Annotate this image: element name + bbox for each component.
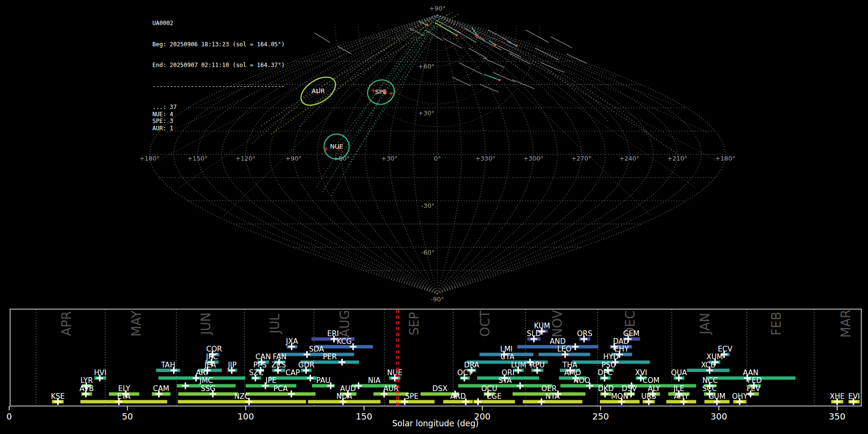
shower-label-EGE: EGE bbox=[487, 392, 502, 401]
meteor-trail bbox=[526, 30, 549, 42]
month-label-MAR: MAR bbox=[839, 310, 853, 338]
meridian-line bbox=[294, 15, 438, 294]
radiant-label-NUE: NUE bbox=[330, 143, 343, 150]
count-line: ...: 37 bbox=[152, 104, 285, 111]
meteor-trail bbox=[512, 80, 534, 89]
month-label-FEB: FEB bbox=[769, 312, 784, 335]
shower-label-HYD: HYD bbox=[603, 353, 619, 361]
association-curve bbox=[453, 24, 652, 136]
separator: -------------------------------------- bbox=[152, 83, 285, 90]
info-panel: UA0002 Beg: 20250906 18:13:23 (sol = 164… bbox=[152, 6, 285, 146]
shower-label-CAP: CAP bbox=[285, 368, 300, 377]
ra-label: +330° bbox=[475, 155, 495, 162]
shower-label-XCB: XCB bbox=[701, 361, 716, 369]
shower-label-DSX: DSX bbox=[432, 384, 447, 393]
meridian-line bbox=[437, 15, 486, 294]
radiant-label-SPE: SPE bbox=[375, 88, 387, 95]
ra-label: +180° bbox=[139, 155, 160, 162]
ra-label: +150° bbox=[187, 155, 207, 162]
peak-marker-PCA bbox=[288, 391, 295, 397]
peak-marker-JMC bbox=[182, 382, 189, 389]
count-line: AUR: 1 bbox=[152, 125, 285, 132]
ra-label: +240° bbox=[619, 155, 639, 162]
meteor-trail bbox=[409, 28, 424, 36]
peak-marker-EGE bbox=[475, 398, 481, 405]
meteor-trail bbox=[338, 46, 352, 54]
shower-label-SZC: SZC bbox=[249, 368, 263, 377]
trail-end-dot bbox=[494, 44, 497, 46]
azimuth-line bbox=[437, 15, 696, 189]
month-label-APR: APR bbox=[59, 311, 74, 336]
month-label-MAY: MAY bbox=[129, 311, 144, 337]
shower-label-OCT: OCT bbox=[457, 368, 473, 377]
end-time: End: 20250907 02:11:10 (sol = 164.37°) bbox=[152, 62, 285, 69]
begin-time: Beg: 20250906 18:13:23 (sol = 164.05°) bbox=[152, 41, 285, 48]
ra-label: +300° bbox=[523, 155, 543, 162]
shower-label-MON: MON bbox=[611, 392, 628, 401]
peak-marker-NTA bbox=[538, 398, 545, 405]
meteor-trail bbox=[551, 37, 572, 48]
association-curve bbox=[338, 14, 443, 159]
meridian-line bbox=[437, 15, 653, 294]
shower-association-curves bbox=[251, 13, 685, 198]
shower-label-NIA: NIA bbox=[368, 376, 381, 385]
month-label-NOV: NOV bbox=[550, 310, 565, 337]
peak-marker-PER bbox=[339, 359, 345, 366]
x-tick-label: 250 bbox=[592, 411, 609, 421]
dec-label: -30° bbox=[421, 202, 434, 209]
shower-counts: ...: 37NUE: 4SPE: 3AUR: 1 bbox=[152, 104, 285, 132]
shower-label-CTA: CTA bbox=[501, 353, 515, 361]
shower-label-COM: COM bbox=[643, 376, 660, 385]
ra-label: +180° bbox=[715, 155, 735, 162]
ra-label: 0° bbox=[434, 155, 441, 162]
shower-label-STA: STA bbox=[499, 376, 513, 385]
shower-label-ZCS: ZCS bbox=[271, 361, 286, 369]
shower-label-PAU: PAU bbox=[316, 376, 330, 385]
meteor-trails bbox=[314, 20, 586, 92]
peak-marker-CAP bbox=[307, 375, 313, 381]
ra-label: +120° bbox=[235, 155, 256, 162]
meteor-trail bbox=[444, 39, 462, 48]
count-line: NUE: 4 bbox=[152, 111, 285, 118]
azimuth-line bbox=[437, 15, 651, 216]
association-curve bbox=[444, 19, 609, 122]
month-label-OCT: OCT bbox=[478, 311, 492, 337]
month-label-JAN: JAN bbox=[698, 313, 712, 335]
meteor-trail bbox=[567, 54, 586, 63]
shower-label-PCA: PCA bbox=[273, 384, 288, 393]
association-curve bbox=[300, 20, 426, 126]
trail-end-dot bbox=[499, 79, 501, 81]
x-axis-title: Solar longitude (deg) bbox=[392, 419, 479, 428]
radiant-marker bbox=[371, 89, 375, 93]
month-label-JUN: JUN bbox=[199, 312, 213, 336]
shower-label-NTA: NTA bbox=[545, 392, 560, 401]
peak-marker-NIA bbox=[355, 382, 362, 389]
association-curve bbox=[330, 16, 441, 198]
shower-label-NOO: NOO bbox=[573, 376, 590, 385]
meteor-trail bbox=[425, 30, 443, 41]
trail-end-dot bbox=[476, 34, 478, 37]
meteor-trail bbox=[480, 84, 499, 92]
association-curve bbox=[448, 21, 685, 159]
month-label-JUL: JUL bbox=[268, 313, 282, 335]
shower-label-FED: FED bbox=[747, 376, 762, 385]
x-tick-label: 350 bbox=[829, 411, 845, 421]
x-tick-label: 300 bbox=[711, 411, 727, 421]
trail-end-dot bbox=[426, 24, 429, 27]
ra-label: +60° bbox=[333, 155, 350, 162]
meteor-trail-shower bbox=[507, 41, 516, 46]
month-label-AUG: AUG bbox=[338, 310, 352, 338]
trail-end-dot bbox=[515, 45, 518, 47]
shower-label-AHY: AHY bbox=[674, 392, 689, 401]
peak-marker-AND bbox=[572, 343, 579, 350]
pole-label-south: -90° bbox=[431, 296, 444, 303]
shower-label-SPE: SPE bbox=[405, 392, 419, 401]
meteor-trail bbox=[483, 58, 504, 68]
pole-label-north: +90° bbox=[429, 5, 446, 12]
dec-label: +30° bbox=[418, 109, 434, 117]
shower-label-NDA: NDA bbox=[337, 392, 353, 401]
month-label-SEP: SEP bbox=[407, 312, 421, 336]
ra-label: +30° bbox=[381, 155, 398, 162]
dec-label: +60° bbox=[418, 63, 434, 70]
meteor-trail bbox=[493, 72, 515, 82]
